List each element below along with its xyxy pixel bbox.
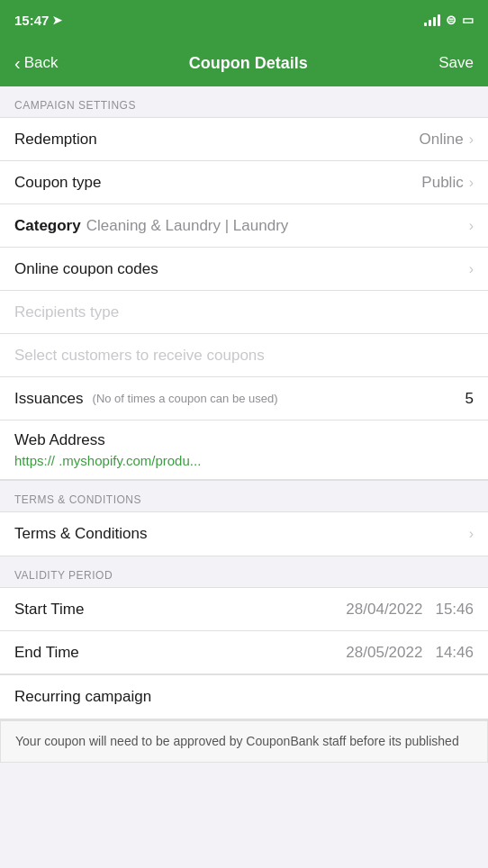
start-time-label: Start Time xyxy=(14,601,84,619)
web-address-value: https:// .myshopify.com/produ... xyxy=(14,453,474,468)
end-time-row[interactable]: End Time 28/05/2022 14:46 xyxy=(0,631,488,674)
category-right: › xyxy=(469,218,474,234)
issuances-left: Issuances (No of times a coupon can be u… xyxy=(14,390,465,408)
terms-conditions-list: Terms & Conditions › xyxy=(0,511,488,556)
status-bar-left: 15:47 ➤ xyxy=(14,13,62,28)
wifi-icon: ⊜ xyxy=(446,13,456,27)
web-address-block[interactable]: Web Address https:// .myshopify.com/prod… xyxy=(0,420,488,480)
end-date-value: 28/05/2022 xyxy=(346,644,422,662)
save-button[interactable]: Save xyxy=(438,54,474,72)
bottom-notice-text: Your coupon will need to be approved by … xyxy=(15,734,459,748)
issuances-row[interactable]: Issuances (No of times a coupon can be u… xyxy=(0,377,488,420)
campaign-settings-list: Redemption Online › Coupon type Public ›… xyxy=(0,117,488,481)
recurring-label: Recurring campaign xyxy=(14,688,151,706)
start-time-right: 28/04/2022 15:46 xyxy=(346,601,474,619)
terms-chevron-icon: › xyxy=(469,526,474,542)
battery-icon: ▭ xyxy=(462,13,474,27)
recipients-type-row[interactable]: Recipients type xyxy=(0,291,488,334)
redemption-right: Online › xyxy=(420,131,474,149)
start-time-value: 15:46 xyxy=(435,601,474,619)
coupon-type-row[interactable]: Coupon type Public › xyxy=(0,161,488,204)
issuances-label: Issuances xyxy=(14,390,84,408)
end-time-left: End Time xyxy=(14,644,346,662)
terms-right: › xyxy=(469,526,474,542)
redemption-chevron-icon: › xyxy=(469,131,474,148)
start-time-row[interactable]: Start Time 28/04/2022 15:46 xyxy=(0,588,488,631)
navigation-bar: ‹ Back Coupon Details Save xyxy=(0,40,488,86)
redemption-row[interactable]: Redemption Online › xyxy=(0,118,488,161)
online-codes-right: › xyxy=(469,261,474,277)
customers-left: Select customers to receive coupons xyxy=(14,347,474,365)
redemption-label: Redemption xyxy=(14,131,97,149)
validity-period-header: VALIDITY PERIOD xyxy=(0,556,488,587)
back-button[interactable]: ‹ Back xyxy=(14,53,58,74)
redemption-value: Online xyxy=(420,131,464,149)
coupon-type-chevron-icon: › xyxy=(469,175,474,191)
end-time-right: 28/05/2022 14:46 xyxy=(346,644,474,662)
signal-icon xyxy=(424,14,440,26)
online-codes-label: Online coupon codes xyxy=(14,260,158,278)
issuances-right: 5 xyxy=(465,390,474,408)
start-date-value: 28/04/2022 xyxy=(346,601,422,619)
coupon-type-left: Coupon type xyxy=(14,174,421,192)
category-label: Category xyxy=(14,217,81,235)
back-chevron-icon: ‹ xyxy=(14,53,21,74)
terms-left: Terms & Conditions xyxy=(14,525,469,543)
online-codes-chevron-icon: › xyxy=(469,261,474,277)
recipients-left: Recipients type xyxy=(14,303,474,321)
campaign-settings-header: CAMPAIGN SETTINGS xyxy=(0,86,488,117)
recurring-campaign-row[interactable]: Recurring campaign xyxy=(0,674,488,719)
end-time-value: 14:46 xyxy=(435,644,474,662)
web-address-label: Web Address xyxy=(14,431,474,449)
terms-conditions-row[interactable]: Terms & Conditions › xyxy=(0,512,488,556)
time-display: 15:47 xyxy=(14,13,49,28)
category-row[interactable]: Category Cleaning & Laundry | Laundry › xyxy=(0,204,488,248)
category-left: Category Cleaning & Laundry | Laundry xyxy=(14,217,469,235)
validity-period-list: Start Time 28/04/2022 15:46 End Time 28/… xyxy=(0,587,488,720)
status-bar: 15:47 ➤ ⊜ ▭ xyxy=(0,0,488,40)
terms-label: Terms & Conditions xyxy=(14,525,147,543)
terms-conditions-header: TERMS & CONDITIONS xyxy=(0,481,488,511)
coupon-type-right: Public › xyxy=(421,174,474,192)
category-value: Cleaning & Laundry | Laundry xyxy=(86,217,289,235)
location-icon: ➤ xyxy=(52,14,62,27)
recipients-placeholder: Recipients type xyxy=(14,303,119,321)
category-chevron-icon: › xyxy=(469,218,474,234)
page-title: Coupon Details xyxy=(189,54,308,73)
online-coupon-codes-row[interactable]: Online coupon codes › xyxy=(0,248,488,291)
select-customers-row[interactable]: Select customers to receive coupons xyxy=(0,334,488,377)
bottom-notice: Your coupon will need to be approved by … xyxy=(0,720,488,763)
status-bar-right: ⊜ ▭ xyxy=(424,13,474,27)
customers-placeholder: Select customers to receive coupons xyxy=(14,347,265,365)
online-codes-left: Online coupon codes xyxy=(14,260,469,278)
end-time-label: End Time xyxy=(14,644,79,662)
issuances-desc: (No of times a coupon can be used) xyxy=(93,392,278,405)
back-label: Back xyxy=(24,54,59,72)
coupon-type-label: Coupon type xyxy=(14,174,101,192)
coupon-type-value: Public xyxy=(421,174,463,192)
issuances-value: 5 xyxy=(465,390,474,408)
start-time-left: Start Time xyxy=(14,601,346,619)
redemption-left: Redemption xyxy=(14,131,420,149)
